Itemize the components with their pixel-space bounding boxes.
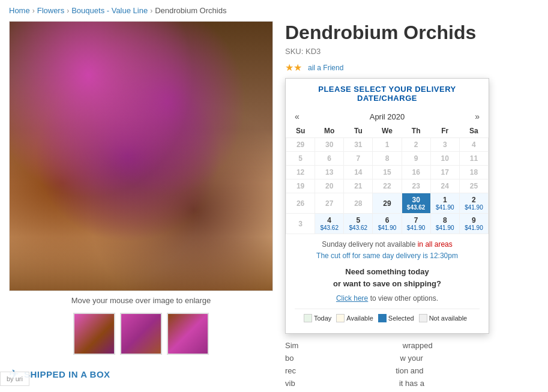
product-description: Sim wrapped bo w your rec tion and vib — [285, 340, 539, 392]
calendar-cell-4-3[interactable]: 29 — [373, 193, 402, 214]
calendar-overlay: PLEASE SELECT YOUR DELIVERY DATE/CHARGE … — [285, 78, 489, 334]
calendar-cell-1-4: 9 — [402, 152, 430, 166]
legend-available: Available — [336, 314, 373, 322]
watermark-by: by — [7, 375, 14, 382]
legend-selected-label: Selected — [388, 315, 414, 322]
calendar-cell-5-1[interactable]: 4$43.62 — [315, 214, 344, 234]
main-content: Move your mouse over image to enlarge ✈ … — [0, 21, 548, 392]
calendar-cell-3-1: 20 — [315, 179, 344, 193]
legend-not-available: Not available — [419, 314, 468, 322]
legend-available-label: Available — [346, 315, 373, 322]
click-here-suffix: to view other options. — [370, 294, 438, 303]
need-something-today: Need something today or want to save on … — [295, 266, 480, 289]
calendar-cell-1-6: 11 — [459, 152, 488, 166]
calendar-cell-0-2: 31 — [344, 138, 373, 152]
calendar-row-1: 567891011 — [286, 152, 489, 166]
breadcrumb-sep-2: › — [67, 7, 69, 15]
calendar-cell-4-2: 28 — [344, 193, 373, 214]
calendar-cell-2-5: 17 — [430, 166, 459, 179]
calendar-cell-4-6[interactable]: 2$41.90 — [459, 193, 488, 214]
calendar-cell-4-1: 27 — [315, 193, 344, 214]
left-column: Move your mouse over image to enlarge ✈ … — [9, 21, 273, 392]
product-image — [10, 22, 272, 291]
breadcrumb: Home › Flowers › Bouquets - Value Line ›… — [0, 0, 548, 21]
breadcrumb-bouquets[interactable]: Bouquets - Value Line — [71, 6, 148, 15]
cutoff-note: The cut off for same day delivery is 12:… — [295, 252, 480, 260]
calendar-cell-5-6[interactable]: 9$41.90 — [459, 214, 488, 234]
calendar-cell-2-4: 16 — [402, 166, 430, 179]
product-sku: SKU: KD3 — [285, 47, 539, 56]
calendar-cell-5-5[interactable]: 8$41.90 — [430, 214, 459, 234]
sidebar-watermark: by uri — [0, 372, 29, 386]
calendar-cell-3-2: 21 — [344, 179, 373, 193]
sku-label: SKU: — [285, 47, 303, 56]
breadcrumb-flowers[interactable]: Flowers — [37, 6, 65, 15]
calendar-legend: Today Available Selected Not available — [295, 309, 480, 327]
calendar-cell-5-2[interactable]: 5$43.62 — [344, 214, 373, 234]
calendar-cell-1-3: 8 — [373, 152, 402, 166]
calendar-cell-4-5[interactable]: 1$41.90 — [430, 193, 459, 214]
day-mo: Mo — [315, 124, 344, 138]
click-here-link[interactable]: Click here — [336, 294, 368, 303]
calendar-cell-2-0: 12 — [286, 166, 315, 179]
image-caption: Move your mouse over image to enlarge — [9, 291, 273, 310]
calendar-cell-5-0: 3 — [286, 214, 315, 234]
day-th: Th — [402, 124, 430, 138]
calendar-cell-2-1: 13 — [315, 166, 344, 179]
calendar-footer: Sunday delivery not available in all are… — [286, 234, 489, 333]
calendar-cell-0-5: 3 — [430, 138, 459, 152]
thumbnail-list — [9, 310, 273, 358]
calendar-row-2: 12131415161718 — [286, 166, 489, 179]
calendar-prev-button[interactable]: « — [295, 112, 300, 121]
legend-today-label: Today — [314, 315, 331, 322]
calendar-cell-3-6: 25 — [459, 179, 488, 193]
breadcrumb-sep-3: › — [150, 7, 152, 15]
day-we: We — [373, 124, 402, 138]
shipped-box: ✈ SHIPPED IN A BOX — [9, 367, 273, 381]
calendar-row-4: 2627282930$43.621$41.902$41.90 — [286, 193, 489, 214]
day-sa: Sa — [459, 124, 488, 138]
calendar-cell-3-3: 22 — [373, 179, 402, 193]
calendar-cell-3-5: 24 — [430, 179, 459, 193]
breadcrumb-current: Dendrobium Orchids — [155, 6, 226, 15]
breadcrumb-sep-1: › — [32, 7, 35, 15]
calendar-header: PLEASE SELECT YOUR DELIVERY DATE/CHARGE — [286, 79, 489, 109]
calendar-month-label: April 2020 — [370, 112, 405, 121]
legend-not-available-swatch — [419, 314, 427, 322]
thumbnail-3[interactable] — [167, 313, 209, 355]
day-su: Su — [286, 124, 315, 138]
legend-not-available-label: Not available — [429, 315, 468, 322]
breadcrumb-home[interactable]: Home — [9, 6, 30, 15]
day-fr: Fr — [430, 124, 459, 138]
calendar-cell-5-3[interactable]: 6$41.90 — [373, 214, 402, 234]
calendar-cell-2-3: 15 — [373, 166, 402, 179]
calendar-cell-0-4: 2 — [402, 138, 430, 152]
calendar-cell-1-0: 5 — [286, 152, 315, 166]
calendar-cell-0-3: 1 — [373, 138, 402, 152]
calendar-cell-2-2: 14 — [344, 166, 373, 179]
calendar-cell-4-4[interactable]: 30$43.62 — [402, 193, 430, 214]
sku-value: KD3 — [306, 47, 321, 56]
calendar-days-header: Su Mo Tu We Th Fr Sa — [286, 124, 489, 138]
thumbnail-1[interactable] — [73, 313, 115, 355]
email-friend-link[interactable]: ail a Friend — [308, 64, 343, 72]
legend-today: Today — [304, 314, 331, 322]
product-image-container — [9, 21, 273, 291]
calendar-cell-5-4[interactable]: 7$41.90 — [402, 214, 430, 234]
calendar-cell-3-4: 23 — [402, 179, 430, 193]
calendar-cell-0-0: 29 — [286, 138, 315, 152]
legend-selected-swatch — [378, 314, 387, 322]
delivery-note-highlight: in all areas — [418, 240, 453, 249]
legend-available-swatch — [336, 314, 345, 322]
legend-selected: Selected — [378, 314, 414, 322]
calendar-cell-0-6: 4 — [459, 138, 488, 152]
calendar-cell-1-1: 6 — [315, 152, 344, 166]
thumbnail-2[interactable] — [120, 313, 162, 355]
calendar-title: PLEASE SELECT YOUR DELIVERY DATE/CHARGE — [295, 85, 480, 103]
legend-today-swatch — [304, 314, 312, 322]
calendar-next-button[interactable]: » — [475, 112, 480, 121]
calendar-row-5: 34$43.625$43.626$41.907$41.908$41.909$41… — [286, 214, 489, 234]
calendar-cell-2-6: 18 — [459, 166, 488, 179]
day-tu: Tu — [344, 124, 373, 138]
click-here-line: Click here to view other options. — [295, 294, 480, 303]
